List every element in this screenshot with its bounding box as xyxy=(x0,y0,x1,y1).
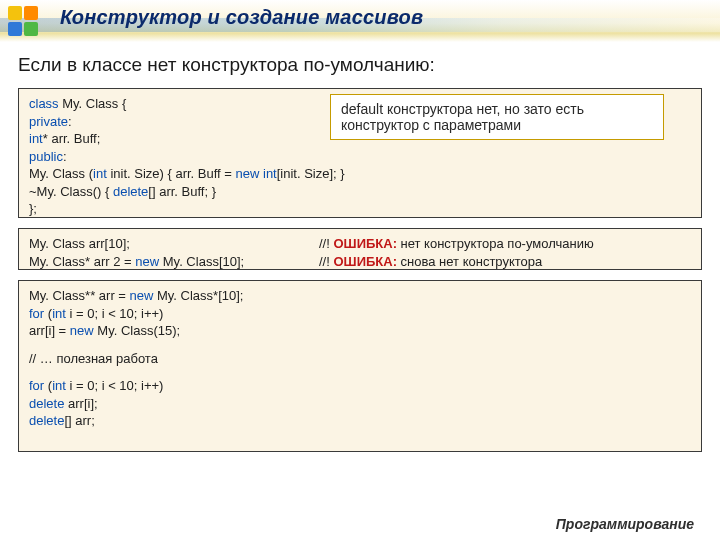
code-line: My. Class* arr 2 = new My. Class[10]; xyxy=(29,253,319,271)
code-box-3: My. Class** arr = new My. Class*[10]; fo… xyxy=(18,280,702,452)
code-line: delete arr[i]; xyxy=(29,395,691,413)
code-line: for (int i = 0; i < 10; i++) xyxy=(29,305,691,323)
callout-box: default конструктора нет, но зато есть к… xyxy=(330,94,664,140)
comment-line: //! ОШИБКА: снова нет конструктора xyxy=(319,253,594,271)
logo-icon xyxy=(8,6,50,36)
code-line: My. Class** arr = new My. Class*[10]; xyxy=(29,287,691,305)
callout-line: конструктор с параметрами xyxy=(341,117,653,133)
callout-line: default конструктора нет, но зато есть xyxy=(341,101,653,117)
code-line: public: xyxy=(29,148,691,166)
code-line: ~My. Class() { delete[] arr. Buff; } xyxy=(29,183,691,201)
code-line: }; xyxy=(29,200,691,218)
code-line: arr[i] = new My. Class(15); xyxy=(29,322,691,340)
code-box-2: My. Class arr[10]; My. Class* arr 2 = ne… xyxy=(18,228,702,270)
code-line: for (int i = 0; i < 10; i++) xyxy=(29,377,691,395)
code-gap xyxy=(29,367,691,377)
code-line: delete[] arr; xyxy=(29,412,691,430)
code-line: My. Class arr[10]; xyxy=(29,235,319,253)
code-line: // … полезная работа xyxy=(29,350,691,368)
code-line: My. Class (int init. Size) { arr. Buff =… xyxy=(29,165,691,183)
footer-label: Программирование xyxy=(556,516,694,532)
comment-line: //! ОШИБКА: нет конструктора по-умолчани… xyxy=(319,235,594,253)
intro-text: Если в классе нет конструктора по-умолча… xyxy=(18,54,435,76)
slide-title: Конструктор и создание массивов xyxy=(60,6,423,29)
code-gap xyxy=(29,340,691,350)
